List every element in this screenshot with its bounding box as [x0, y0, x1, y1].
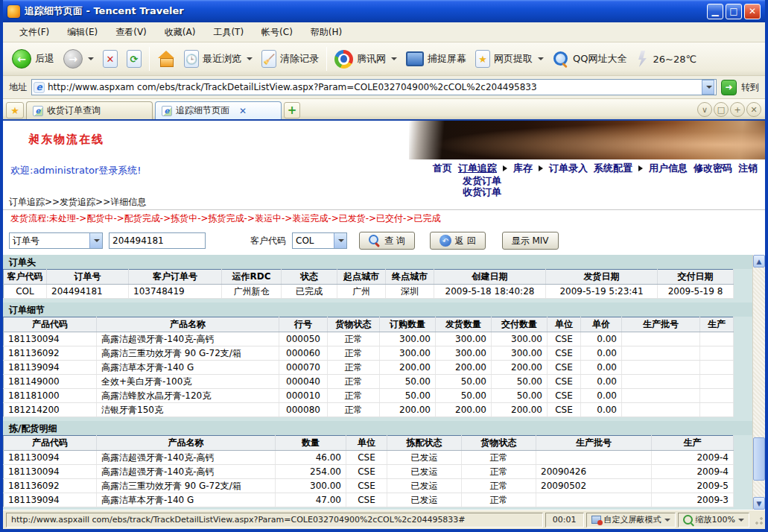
home-button[interactable] — [153, 48, 180, 70]
pin-button[interactable]: + — [730, 102, 745, 117]
chevron-down-icon[interactable] — [738, 519, 744, 522]
zoom-control[interactable]: 缩放100% — [678, 513, 749, 528]
scroll-thumb[interactable] — [753, 437, 765, 481]
address-dropdown-button[interactable] — [702, 80, 714, 95]
back-button[interactable]: ← 后退 — [7, 46, 59, 72]
scroll-down-icon[interactable]: ▼ — [753, 497, 765, 510]
go-label: 转到 — [741, 81, 759, 94]
table-row: 181214200洁银牙膏150克000080正常200.00200.00200… — [4, 403, 734, 417]
scroll-up-icon[interactable]: ▲ — [753, 255, 765, 267]
table-cell: 深圳 — [386, 285, 434, 299]
tab-track-detail[interactable]: e 追踪细节页面 ✕ — [155, 101, 282, 119]
ship-flow-text: 发货流程:未处理->配货中->配货完成->拣货中->拣货完成->装运中->装运完… — [3, 210, 765, 227]
recent-dropdown-icon[interactable] — [247, 57, 253, 60]
forward-button[interactable]: → — [59, 46, 98, 72]
nav-inventory[interactable]: 库存 — [513, 162, 533, 175]
table-cell: 181130094 — [4, 465, 97, 479]
tab-receive-order-query[interactable]: e 收货订单查询 — [26, 101, 153, 119]
forward-dropdown-icon[interactable] — [88, 57, 94, 60]
resize-grip[interactable] — [753, 515, 764, 525]
table-cell: 正常 — [462, 465, 536, 479]
extract-page-button[interactable]: ★ 网页提取 — [471, 47, 548, 71]
qq-site-button[interactable]: 腾讯网 — [330, 47, 402, 72]
query-button[interactable]: 查 询 — [359, 232, 415, 250]
table-cell: 高露洁草本牙膏-140 G — [97, 361, 279, 375]
menu-edit[interactable]: 编辑(E) — [58, 23, 107, 42]
clear-history-button[interactable]: 🧹 清除记录 — [257, 47, 323, 71]
table-cell — [622, 346, 700, 361]
column-header: 货物状态 — [462, 436, 536, 451]
table-cell: 正常 — [328, 346, 380, 361]
table-cell: 50.00 — [492, 389, 548, 403]
table-cell: 300.00 — [380, 332, 436, 346]
order-number-input[interactable] — [109, 232, 206, 249]
favorites-button[interactable]: ★ — [6, 102, 24, 118]
tab-close-icon[interactable]: ✕ — [239, 106, 247, 116]
capture-screen-button[interactable]: 捕捉屏幕 — [402, 48, 471, 69]
restore-window-button[interactable]: □ — [714, 102, 729, 117]
weather-label: 26~28℃ — [653, 54, 696, 65]
table-cell: 0.00 — [581, 389, 622, 403]
nav-arrow-icon — [539, 165, 543, 171]
order-type-select[interactable]: 订单号 — [9, 232, 103, 249]
table-cell: 高露洁三重功效牙膏 90 G-72支/箱 — [97, 346, 279, 361]
nav-system-config[interactable]: 系统配置 — [594, 162, 632, 175]
nav-user-info[interactable]: 用户信息 — [649, 162, 688, 175]
nav-order-entry[interactable]: 订单录入 — [549, 162, 588, 175]
recent-button[interactable]: 🕒 最近浏览 — [180, 47, 257, 71]
menu-file[interactable]: 文件(F) — [10, 23, 58, 42]
tab-list-button[interactable]: ∨ — [697, 102, 712, 117]
vertical-scrollbar[interactable]: ▲ ▼ — [752, 255, 765, 510]
menu-favorites[interactable]: 收藏(A) — [156, 23, 205, 42]
refresh-button[interactable]: ⟳ — [122, 47, 146, 71]
zoom-label: 缩放100% — [696, 514, 735, 525]
nav-order-track[interactable]: 订单追踪 — [458, 162, 497, 175]
table-cell: 高露洁草本牙膏-140 G — [97, 493, 276, 507]
nav-home[interactable]: 首页 — [433, 162, 452, 175]
show-miv-button[interactable]: 显示 MIV — [502, 232, 559, 250]
close-page-button[interactable]: ✕ — [746, 102, 761, 117]
table-cell: 181214200 — [4, 403, 97, 417]
chevron-down-icon[interactable] — [664, 519, 670, 522]
close-button[interactable]: ✕ — [744, 4, 761, 19]
scroll-track[interactable] — [753, 267, 765, 497]
customer-code-select[interactable]: COL — [292, 232, 347, 249]
stop-button[interactable]: ✕ — [98, 47, 122, 71]
select-dropdown-button[interactable] — [89, 233, 102, 248]
return-arrow-icon: ↶ — [439, 235, 451, 247]
toolbar: ← 后退 → ✕ ⟳ 🕒 最近浏览 🧹 清除记录 腾讯网 — [3, 42, 765, 76]
block-mode-control[interactable]: 自定义屏蔽模式 — [586, 513, 676, 528]
stop-icon: ✕ — [103, 50, 118, 68]
qq-dropdown-icon[interactable] — [391, 57, 397, 60]
browser-window: 追踪细节页面 - Tencent Traveler ▁ □ ✕ 文件(F) 编辑… — [0, 0, 768, 532]
go-button[interactable]: ➜ — [721, 80, 737, 95]
column-header: 客户代码 — [4, 270, 47, 285]
extract-dropdown-icon[interactable] — [538, 57, 544, 60]
table-cell: 50.00 — [436, 389, 492, 403]
table-cell: 2009-4 — [652, 451, 734, 465]
address-input[interactable] — [48, 82, 702, 92]
table-cell: 181139094 — [4, 493, 97, 507]
select-dropdown-button[interactable] — [334, 233, 346, 248]
table-cell: 200.00 — [436, 403, 492, 417]
nav-change-password[interactable]: 修改密码 — [694, 162, 732, 175]
nav-logout[interactable]: 注销 — [738, 162, 758, 175]
menu-tools[interactable]: 工具(T) — [204, 23, 253, 42]
menu-view[interactable]: 查看(V) — [107, 23, 156, 42]
weather-widget[interactable]: 26~28℃ — [631, 48, 701, 70]
return-button[interactable]: ↶ 返 回 — [430, 232, 486, 250]
menu-help[interactable]: 帮助(H) — [302, 23, 351, 42]
table-row: 181130094高露洁超强牙膏-140克-高钙46.00CSE已发运正常200… — [4, 451, 734, 465]
table-cell: CSE — [346, 451, 387, 465]
table-cell: 200.00 — [436, 361, 492, 375]
qq-sites-button[interactable]: QQ网址大全 — [548, 48, 631, 70]
maximize-button[interactable]: □ — [726, 4, 742, 19]
nav-sub-ship-order[interactable]: 发货订单 — [463, 175, 758, 186]
menu-account[interactable]: 帐号(C) — [253, 23, 302, 42]
capture-label: 捕捉屏幕 — [428, 52, 466, 66]
column-header: 单位 — [548, 317, 581, 332]
qq-logo-icon — [334, 50, 353, 69]
table-cell: 20090426 — [536, 465, 652, 479]
new-tab-button[interactable]: + — [284, 102, 300, 118]
minimize-button[interactable]: ▁ — [707, 4, 723, 19]
